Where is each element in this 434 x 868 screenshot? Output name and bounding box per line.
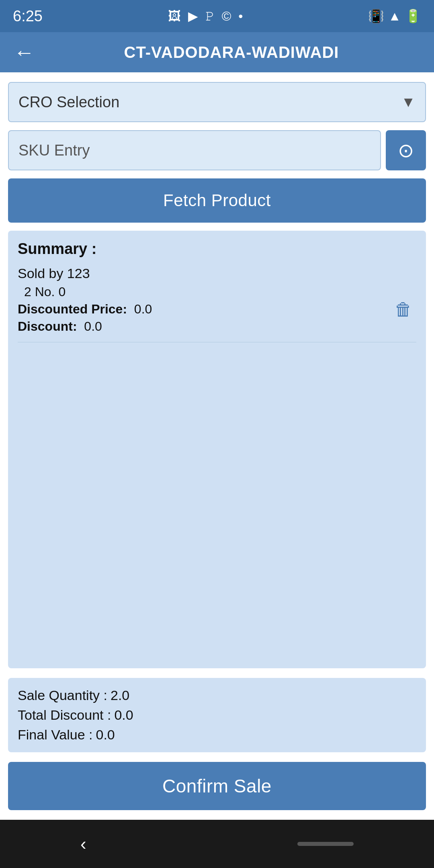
sale-quantity-label: Sale Quantity : <box>18 688 107 703</box>
status-time: 6:25 <box>13 8 43 25</box>
dot-icon: • <box>238 9 243 24</box>
status-bar: 6:25 🖼 ▶ 𝙿 © • 📳 ▲ 🔋 <box>0 0 434 32</box>
cro-selection-label: CRO Selection <box>18 94 401 111</box>
wifi-icon: ▲ <box>388 9 401 24</box>
summary-section: Summary : Sold by 123 2 No. 0 Discounted… <box>8 231 426 668</box>
battery-icon: 🔋 <box>405 8 421 24</box>
sku-entry-input[interactable] <box>8 130 381 170</box>
final-value-value: 0.0 <box>96 727 115 743</box>
total-discount-label: Total Discount : <box>18 707 111 723</box>
item-details: 2 No. 0 Discounted Price: 0.0 Discount: … <box>18 285 391 334</box>
page-title: CT-VADODARA-WADIWADI <box>39 43 424 61</box>
total-discount-value: 0.0 <box>114 707 133 723</box>
summary-empty-area <box>18 342 416 668</box>
status-right-icons: 📳 ▲ 🔋 <box>368 8 421 24</box>
back-button[interactable]: ← <box>10 38 39 67</box>
discount-value: 0.0 <box>84 319 102 334</box>
delete-item-button[interactable]: 🗑 <box>391 295 416 323</box>
discounted-price-value: 0.0 <box>134 302 152 316</box>
item-discount: Discount: 0.0 <box>18 319 391 334</box>
item-discounted-price: Discounted Price: 0.0 <box>18 302 391 317</box>
discount-label: Discount: <box>18 319 77 334</box>
item-row: 2 No. 0 Discounted Price: 0.0 Discount: … <box>18 285 416 334</box>
final-value-label: Final Value : <box>18 727 92 743</box>
vibrate-icon: 📳 <box>368 8 384 24</box>
cro-selection-dropdown[interactable]: CRO Selection ▼ <box>8 82 426 122</box>
sku-entry-row: ⊙ <box>8 130 426 170</box>
totals-section: Sale Quantity : 2.0 Total Discount : 0.0… <box>8 678 426 752</box>
status-app-icons: 🖼 ▶ 𝙿 © • <box>168 8 243 24</box>
nav-back-icon[interactable]: ‹ <box>80 834 86 854</box>
trash-icon: 🗑 <box>395 299 412 319</box>
nav-home-indicator[interactable] <box>297 842 354 846</box>
sale-quantity-value: 2.0 <box>111 688 129 703</box>
sale-quantity-row: Sale Quantity : 2.0 <box>18 688 416 703</box>
header: ← CT-VADODARA-WADIWADI <box>0 32 434 72</box>
summary-header: Summary : <box>18 240 416 258</box>
camera-icon: ⊙ <box>398 139 414 162</box>
item-qty: 2 No. 0 <box>18 285 391 299</box>
camera-button[interactable]: ⊙ <box>386 130 426 170</box>
discounted-price-label: Discounted Price: <box>18 302 127 316</box>
total-discount-row: Total Discount : 0.0 <box>18 707 416 723</box>
chevron-down-icon: ▼ <box>401 94 416 111</box>
browser-icon: © <box>222 9 231 24</box>
sold-by-label: Sold by 123 <box>18 266 416 281</box>
summary-item: Sold by 123 2 No. 0 Discounted Price: 0.… <box>18 266 416 342</box>
confirm-sale-button[interactable]: Confirm Sale <box>8 762 426 810</box>
final-value-row: Final Value : 0.0 <box>18 727 416 743</box>
fetch-product-button[interactable]: Fetch Product <box>8 178 426 223</box>
pinterest-icon: 𝙿 <box>205 9 215 24</box>
photo-icon: 🖼 <box>168 9 181 24</box>
nav-bar: ‹ <box>0 820 434 868</box>
youtube-icon: ▶ <box>188 8 198 24</box>
main-content: CRO Selection ▼ ⊙ Fetch Product Summary … <box>0 72 434 820</box>
